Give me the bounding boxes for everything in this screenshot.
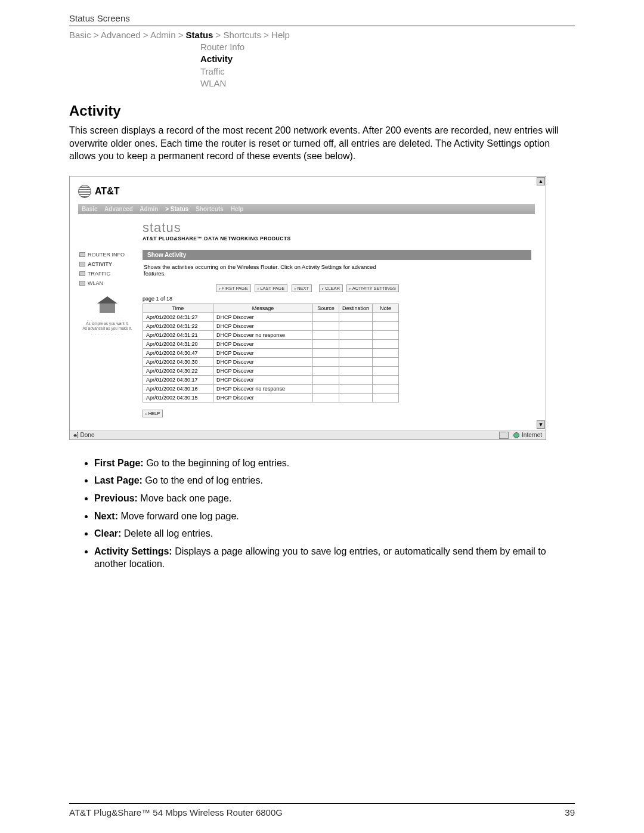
cell-note	[373, 384, 399, 393]
cell-note	[373, 393, 399, 402]
tab-status[interactable]: Status	[165, 206, 188, 212]
last-page-button[interactable]: LAST PAGE	[255, 284, 288, 292]
side-activity[interactable]: ACTIVITY	[78, 259, 137, 269]
cell-message: DHCP Discover	[213, 393, 313, 402]
term-previous: Previous:	[94, 493, 138, 503]
cell-source	[312, 393, 339, 402]
table-row: Apr/01/2002 04:31:21 DHCP Discover no re…	[143, 330, 399, 339]
subnav-activity[interactable]: Activity	[200, 53, 575, 65]
cell-destination	[339, 384, 372, 393]
list-item: Previous: Move back one page.	[94, 492, 575, 505]
clear-button[interactable]: CLEAR	[319, 284, 343, 292]
tab-help[interactable]: Help	[231, 206, 244, 212]
tab-shortcuts[interactable]: Shortcuts	[196, 206, 224, 212]
bullet-icon	[79, 271, 85, 276]
browser-status-bar: 𝖾] Done Internet	[70, 431, 546, 439]
cell-source	[312, 339, 339, 348]
first-page-button[interactable]: FIRST PAGE	[216, 284, 251, 292]
footer-product: AT&T Plug&Share™ 54 Mbps Wireless Router…	[69, 807, 283, 817]
cell-destination	[339, 375, 372, 384]
house-icon	[97, 296, 117, 314]
subnav-router-info[interactable]: Router Info	[200, 41, 575, 53]
subnav-wlan[interactable]: WLAN	[200, 78, 575, 89]
tab-advanced[interactable]: Advanced	[104, 206, 133, 212]
subnav-traffic[interactable]: Traffic	[200, 66, 575, 78]
cell-note	[373, 312, 399, 321]
crumb-admin[interactable]: Admin	[150, 30, 176, 40]
cell-destination	[339, 321, 372, 330]
side-traffic[interactable]: TRAFFIC	[78, 269, 137, 278]
side-wlan-label: WLAN	[88, 280, 103, 286]
cell-time: Apr/01/2002 04:30:17	[143, 375, 213, 384]
next-button[interactable]: NEXT	[292, 284, 312, 292]
cell-note	[373, 348, 399, 357]
desc-last-page: Go to the end of log entries.	[143, 475, 263, 485]
side-activity-label: ACTIVITY	[88, 261, 112, 267]
bullet-icon	[79, 262, 85, 267]
cell-message: DHCP Discover no response	[213, 384, 313, 393]
cell-source	[312, 366, 339, 375]
crumb-help[interactable]: Help	[271, 30, 290, 40]
list-item: Next: Move forward one log page.	[94, 510, 575, 523]
list-item: Activity Settings: Displays a page allow…	[94, 545, 575, 571]
desc-next: Move forward one log page.	[118, 511, 239, 521]
cell-source	[312, 312, 339, 321]
side-traffic-label: TRAFFIC	[88, 271, 110, 277]
scrollbar-up-icon[interactable]: ▲	[537, 177, 545, 185]
panel-desc: Shows the activities occurring on the Wi…	[143, 260, 393, 283]
cell-message: DHCP Discover	[213, 321, 313, 330]
status-done: Done	[80, 432, 95, 438]
cell-time: Apr/01/2002 04:30:47	[143, 348, 213, 357]
cell-destination	[339, 339, 372, 348]
status-box-icon	[499, 432, 509, 439]
table-row: Apr/01/2002 04:31:20 DHCP Discover	[143, 339, 399, 348]
page-indicator: page 1 of 18	[143, 296, 531, 302]
cell-destination	[339, 393, 372, 402]
footer-page-number: 39	[565, 807, 575, 817]
cell-note	[373, 330, 399, 339]
cell-message: DHCP Discover	[213, 366, 313, 375]
activity-settings-button[interactable]: ACTIVITY SETTINGS	[346, 284, 399, 292]
cell-destination	[339, 357, 372, 366]
cell-note	[373, 321, 399, 330]
header-rule	[69, 26, 575, 26]
crumb-status[interactable]: Status	[186, 30, 213, 40]
term-clear: Clear:	[94, 528, 121, 538]
tab-basic[interactable]: Basic	[82, 206, 98, 212]
list-item: Clear: Delete all log entries.	[94, 527, 575, 540]
cell-note	[373, 339, 399, 348]
tab-admin[interactable]: Admin	[140, 206, 158, 212]
bullet-icon	[79, 252, 85, 257]
table-row: Apr/01/2002 04:30:17 DHCP Discover	[143, 375, 399, 384]
att-globe-icon	[78, 185, 91, 198]
cell-time: Apr/01/2002 04:30:16	[143, 384, 213, 393]
cell-message: DHCP Discover	[213, 312, 313, 321]
side-wlan[interactable]: WLAN	[78, 278, 137, 288]
crumb-shortcuts[interactable]: Shortcuts	[224, 30, 261, 40]
table-row: Apr/01/2002 04:30:16 DHCP Discover no re…	[143, 384, 399, 393]
cell-source	[312, 321, 339, 330]
shot-sidebar: ROUTER INFO ACTIVITY TRAFFIC WLAN · · · …	[78, 214, 137, 426]
side-router-info[interactable]: ROUTER INFO	[78, 250, 137, 259]
table-row: Apr/01/2002 04:31:27 DHCP Discover	[143, 312, 399, 321]
status-title: status	[143, 220, 531, 236]
crumb-basic[interactable]: Basic	[69, 30, 91, 40]
help-button[interactable]: HELP	[143, 410, 163, 417]
cell-note	[373, 357, 399, 366]
term-last-page: Last Page:	[94, 475, 143, 485]
cell-time: Apr/01/2002 04:31:27	[143, 312, 213, 321]
list-item: First Page: Go to the beginning of log e…	[94, 457, 575, 470]
scrollbar-down-icon[interactable]: ▼	[537, 420, 545, 429]
crumb-advanced[interactable]: Advanced	[101, 30, 141, 40]
cell-note	[373, 366, 399, 375]
status-internet: Internet	[522, 432, 542, 438]
tagline-2: As advanced as you make it.	[78, 326, 137, 331]
page-title: Activity	[69, 103, 575, 119]
table-row: Apr/01/2002 04:30:15 DHCP Discover	[143, 393, 399, 402]
att-logo: AT&T	[78, 185, 535, 198]
cell-destination	[339, 366, 372, 375]
cell-note	[373, 375, 399, 384]
term-next: Next:	[94, 511, 118, 521]
definitions-list: First Page: Go to the beginning of log e…	[69, 457, 575, 571]
cell-message: DHCP Discover no response	[213, 330, 313, 339]
